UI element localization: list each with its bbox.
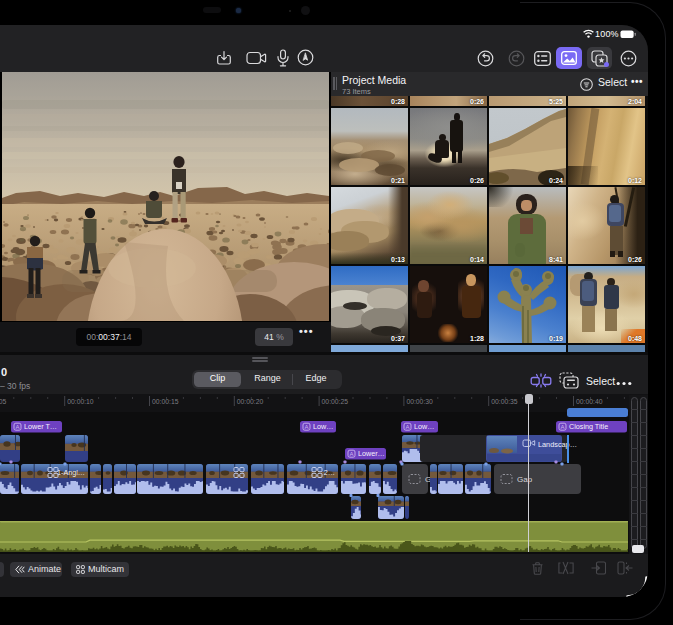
svg-text:Gap: Gap	[517, 475, 533, 484]
svg-text:00:00:35: 00:00:35	[491, 398, 518, 405]
svg-text:2…: 2…	[324, 468, 335, 477]
svg-text:00:00:40: 00:00:40	[576, 398, 603, 405]
svg-text:Landscap…: Landscap…	[538, 440, 577, 449]
svg-text:A: A	[561, 424, 565, 430]
svg-text:00:00:30: 00:00:30	[406, 398, 433, 405]
svg-text:Closing Title: Closing Title	[569, 422, 608, 431]
svg-text:00:00:15: 00:00:15	[152, 398, 179, 405]
svg-text:A: A	[16, 424, 20, 430]
svg-text:Lower…: Lower…	[358, 449, 385, 458]
svg-text:00:00:20: 00:00:20	[237, 398, 264, 405]
svg-text:Lower T…: Lower T…	[24, 422, 57, 431]
svg-text:1-Angl…: 1-Angl…	[57, 468, 85, 477]
svg-text:A: A	[305, 424, 309, 430]
svg-text:A: A	[350, 451, 354, 457]
svg-text:Low…: Low…	[313, 422, 333, 431]
svg-text:Low…: Low…	[414, 422, 434, 431]
svg-text:00:00:10: 00:00:10	[67, 398, 94, 405]
svg-text:00:00:25: 00:00:25	[322, 398, 349, 405]
svg-text:A: A	[406, 424, 410, 430]
svg-text:05: 05	[0, 398, 7, 405]
